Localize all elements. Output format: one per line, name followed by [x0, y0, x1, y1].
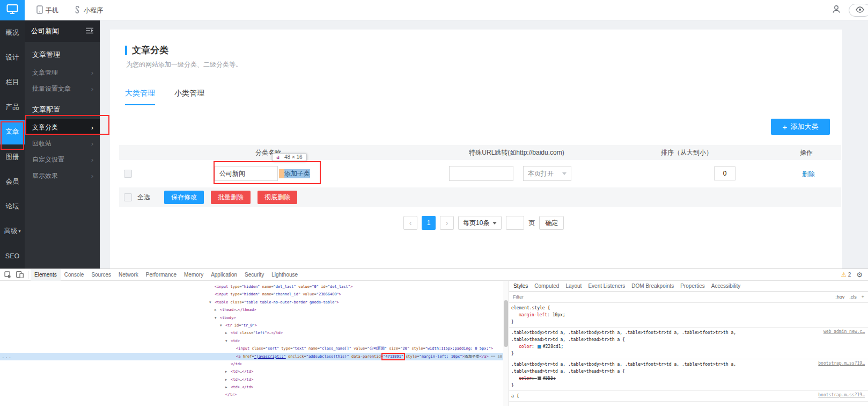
scrollbar-thumb[interactable]: [504, 300, 508, 347]
expand-arrow-closed-icon[interactable]: ▸: [215, 306, 217, 314]
expand-arrow-closed-icon[interactable]: ▸: [225, 368, 227, 375]
add-major-category-button[interactable]: + 添加大类: [771, 119, 830, 135]
sidebar-item-overview[interactable]: 概况: [0, 20, 25, 45]
sidebar-item-design[interactable]: 设计: [0, 45, 25, 70]
tab-major-category[interactable]: 大类管理: [125, 89, 155, 105]
expand-arrow-open-icon[interactable]: ▾: [215, 314, 217, 322]
styles-tab-accessibility[interactable]: Accessibility: [708, 283, 744, 289]
styles-tab-styles[interactable]: Styles: [510, 283, 531, 289]
stylesheet-source-link[interactable]: bootstrap.m…ss?19…: [818, 393, 865, 397]
collapse-menu-icon[interactable]: [86, 27, 93, 35]
warnings-badge[interactable]: ⚠ 2: [841, 271, 851, 278]
devtools-scrollbar[interactable]: [503, 281, 509, 406]
add-subcategory-link[interactable]: 添加子类: [284, 169, 310, 178]
dom-tree-node[interactable]: ...<a href="javascript:;" onclick="addsu…: [0, 353, 503, 360]
submenu-item-article-category[interactable]: 文章分类›: [25, 119, 100, 135]
device-toolbar-icon[interactable]: [14, 269, 26, 281]
dom-tree-node[interactable]: ▸<td>…</td>: [0, 383, 503, 391]
dom-tree-node[interactable]: <input type="hidden" name="del_last" val…: [0, 283, 503, 291]
sidebar-item-columns[interactable]: 栏目: [0, 70, 25, 95]
expand-arrow-open-icon[interactable]: ▾: [209, 299, 211, 306]
expand-arrow-closed-icon[interactable]: ▸: [225, 383, 227, 391]
devtools-tab-memory[interactable]: Memory: [180, 269, 207, 281]
expand-arrow-closed-icon[interactable]: ▸: [225, 329, 227, 337]
css-declaration[interactable]: color: #228cd1;: [511, 343, 865, 350]
css-selector[interactable]: .table>thead>tr>td a, .table>thead>tr>th…: [511, 368, 818, 375]
styles-filter-input[interactable]: [513, 294, 835, 300]
purge-delete-button[interactable]: 彻底删除: [258, 191, 297, 204]
sort-order-input[interactable]: [714, 166, 735, 180]
element-classes-button[interactable]: .cls: [849, 294, 857, 300]
page-size-select[interactable]: 每页10条: [458, 216, 502, 230]
device-tab-mobile[interactable]: 手机: [29, 0, 66, 20]
preview-button[interactable]: [849, 4, 868, 17]
special-url-input[interactable]: [449, 166, 513, 181]
delete-link[interactable]: 删除: [802, 170, 815, 179]
select-all-checkbox[interactable]: [124, 193, 132, 201]
devtools-tab-security[interactable]: Security: [241, 269, 268, 281]
row-checkbox[interactable]: [124, 170, 132, 178]
app-logo[interactable]: [0, 0, 25, 20]
dom-tree-node[interactable]: ▸<td>…</td>: [0, 376, 503, 383]
sidebar-item-products[interactable]: 产品: [0, 95, 25, 120]
submenu-item-display-effect[interactable]: 展示效果›: [25, 168, 100, 184]
devtools-tab-sources[interactable]: Sources: [87, 269, 115, 281]
expand-arrow-open-icon[interactable]: ▾: [220, 322, 222, 329]
dom-tree-node[interactable]: ▸<td class="left">…</td>: [0, 329, 503, 337]
node-menu-dots-icon[interactable]: ...: [2, 353, 12, 360]
styles-tab-event-listeners[interactable]: Event Listeners: [585, 283, 628, 289]
open-mode-select[interactable]: 本页打开: [523, 166, 571, 181]
sidebar-item-advanced[interactable]: 高级▾: [0, 219, 25, 244]
current-page-button[interactable]: 1: [422, 216, 436, 230]
styles-tab-layout[interactable]: Layout: [562, 283, 585, 289]
devtools-settings-icon[interactable]: ⚙: [856, 271, 863, 279]
devtools-tab-network[interactable]: Network: [115, 269, 142, 281]
styles-tab-dom-breakpoints[interactable]: DOM Breakpoints: [628, 283, 677, 289]
dom-tree-node[interactable]: ▾<td>: [0, 337, 503, 345]
dom-tree-node[interactable]: ▾<tbody>: [0, 314, 503, 322]
css-declaration[interactable]: margin-left: 10px;: [511, 311, 865, 318]
devtools-tab-console[interactable]: Console: [61, 269, 88, 281]
devtools-tab-application[interactable]: Application: [207, 269, 241, 281]
batch-delete-button[interactable]: 批量删除: [211, 191, 251, 204]
color-swatch[interactable]: [538, 345, 541, 349]
expand-arrow-closed-icon[interactable]: ▸: [225, 376, 227, 383]
stylesheet-source-link[interactable]: web_admin_new.c…: [823, 329, 865, 334]
next-page-button[interactable]: ›: [440, 216, 454, 230]
save-changes-button[interactable]: 保存修改: [164, 191, 204, 204]
expand-arrow-open-icon[interactable]: ▾: [225, 337, 227, 345]
device-tab-miniprogram[interactable]: 小程序: [66, 0, 111, 20]
dom-tree-node[interactable]: ▸<td>…</td>: [0, 368, 503, 375]
submenu-item-custom-settings[interactable]: 自定义设置›: [25, 151, 100, 168]
dom-tree-node[interactable]: ▾<tr id="tr_0">: [0, 322, 503, 329]
user-account-icon[interactable]: [832, 4, 841, 16]
submenu-item-article-manage[interactable]: 文章管理›: [25, 64, 100, 81]
stylesheet-source-link[interactable]: bootstrap.m…ss?19…: [818, 361, 865, 366]
prev-page-button[interactable]: ‹: [403, 216, 417, 230]
inspect-element-icon[interactable]: [2, 269, 14, 281]
pseudo-state-toggle-button[interactable]: :hov: [835, 294, 844, 300]
dom-tree-node[interactable]: </td>: [0, 360, 503, 368]
devtools-tab-elements[interactable]: Elements: [31, 269, 61, 281]
new-style-rule-button[interactable]: +: [862, 294, 864, 300]
color-swatch[interactable]: [538, 376, 541, 380]
css-selector[interactable]: .table>thead>tr>td a, .table>thead>tr>th…: [511, 336, 823, 343]
dom-tree-node[interactable]: ▾<table class="table table-no-outer-bord…: [0, 299, 503, 306]
css-declaration[interactable]: color: #555;: [511, 375, 865, 382]
submenu-item-recycle-bin[interactable]: 回收站›: [25, 135, 100, 151]
css-selector[interactable]: a {: [511, 393, 818, 400]
styles-tab-computed[interactable]: Computed: [531, 283, 562, 289]
sidebar-item-forum[interactable]: 论坛: [0, 194, 25, 219]
sidebar-item-seo[interactable]: SEO: [0, 244, 25, 269]
styles-tab-properties[interactable]: Properties: [677, 283, 708, 289]
tab-minor-category[interactable]: 小类管理: [174, 89, 204, 105]
devtools-tab-performance[interactable]: Performance: [142, 269, 180, 281]
goto-page-input[interactable]: [506, 216, 524, 230]
sidebar-item-articles[interactable]: 文章: [0, 120, 25, 144]
css-selector[interactable]: .table>tbody>tr>td a, .table>tbody>tr>th…: [511, 329, 823, 336]
dom-tree-node[interactable]: </tr>: [0, 391, 503, 398]
dom-tree-node[interactable]: ▸<thead>…</thead>: [0, 306, 503, 314]
devtools-tab-lighthouse[interactable]: Lighthouse: [268, 269, 301, 281]
submenu-item-batch-set-articles[interactable]: 批量设置文章›: [25, 81, 100, 97]
category-name-input[interactable]: [215, 166, 278, 181]
